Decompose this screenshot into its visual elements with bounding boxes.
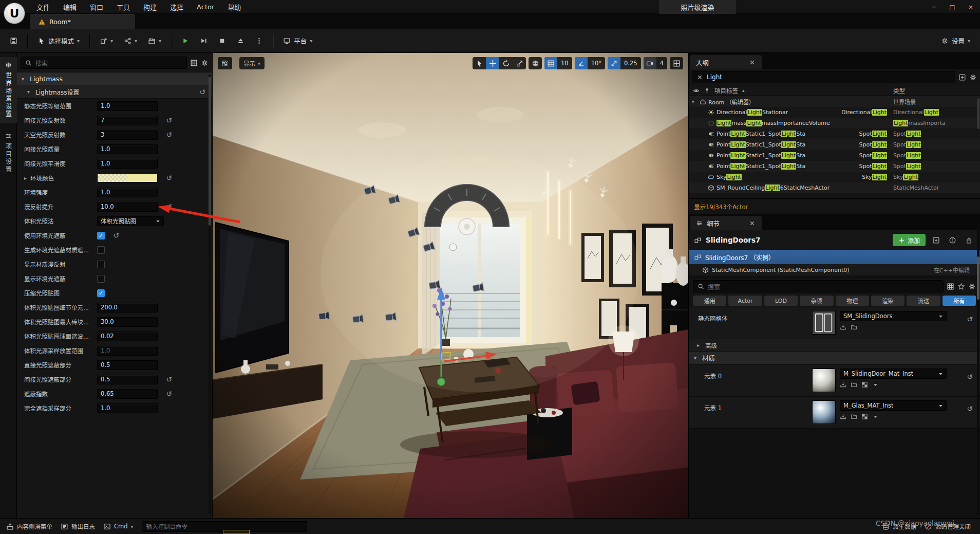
scale-tool-button[interactable] [513,57,526,69]
checkbox[interactable] [97,275,105,283]
show-flags-button[interactable]: 显示▾ [239,57,265,69]
tab-details[interactable]: 细节 [690,216,762,230]
quick-add-button[interactable]: ▾ [95,33,118,49]
viewport-3d[interactable]: 照 显示▾ 10 10° 0.25 4 [213,53,688,518]
panel-settings-gear-icon[interactable] [201,59,209,67]
tab-outliner[interactable]: 大纲 [690,55,762,69]
reset-to-default-icon[interactable]: ↺ [164,375,174,383]
checkbox[interactable] [97,261,105,268]
asset-dropdown[interactable]: SM_SlidingDoors [840,311,947,321]
add-component-button[interactable]: 添加 [893,234,926,246]
save-button[interactable] [5,33,22,49]
filter-chip-渲染[interactable]: 渲染 [871,296,904,306]
menu-item[interactable]: 窗口 [83,0,110,13]
rotate-tool-button[interactable] [499,57,513,69]
help-button[interactable]: ? [946,234,958,246]
angle-snap-value[interactable]: 10° [588,60,605,67]
outliner-row[interactable]: PointLightStatic1_SpotLightStaSpotLightS… [689,128,980,139]
folder-icon[interactable] [851,413,857,420]
filter-chip-物理[interactable]: 物理 [836,296,869,306]
advanced-section[interactable]: ▸ 高级 [689,339,980,352]
scrollbar-thumb[interactable] [977,256,979,300]
camera-speed-control[interactable]: 4 [644,57,667,69]
outliner-row[interactable]: SkyLightSkyLightSkyLight [689,172,980,182]
tab-room-level[interactable]: Room* [30,14,135,29]
number-input[interactable]: 30.0 [97,317,158,327]
close-button[interactable]: × [962,0,980,14]
asset-dropdown[interactable]: M_SlidingDoor_Mat_Inst [840,369,947,379]
browse-icon[interactable] [840,413,846,420]
reset-to-default-icon[interactable]: ↺ [965,373,975,381]
scale-snap-control[interactable]: 0.25 [608,57,641,69]
number-input[interactable]: 3 [97,130,158,140]
filter-chip-通用[interactable]: 通用 [693,296,726,306]
side-tab-world-settings[interactable]: 世界场景设置 [0,57,17,123]
number-input[interactable]: 0.5 [97,360,158,370]
menu-item[interactable]: 编辑 [56,0,83,13]
outliner-row[interactable]: PointLightStatic1_SpotLightStaSpotLightS… [689,161,980,172]
outliner-row[interactable]: DirectionalLightStationarDirectionalLigh… [689,107,980,118]
outliner-row[interactable]: PointLightStatic1_SpotLightStaSpotLightS… [689,150,980,161]
scrollbar-thumb[interactable] [209,77,211,226]
unreal-logo-icon[interactable]: U [4,3,25,24]
reset-to-default-icon[interactable]: ↺ [164,174,174,182]
camera-speed-value[interactable]: 4 [656,60,667,67]
outliner-row[interactable]: ▾Room （编辑器）世界场景 [689,96,980,107]
content-drawer-button[interactable]: 内容侧滑菜单 [6,522,52,530]
grid-snap-control[interactable]: 10 [544,57,572,69]
checkbox[interactable] [97,246,105,254]
visibility-eye-icon[interactable] [693,87,700,94]
output-log-button[interactable]: 输出日志 [61,522,95,530]
display-filter-icon[interactable] [947,283,954,290]
pin-icon[interactable] [704,87,710,94]
material-sphere[interactable] [812,369,836,392]
edit-blueprint-button[interactable] [930,234,942,246]
number-input[interactable]: 0.02 [97,332,158,341]
column-type[interactable]: 类型 [893,86,905,95]
quad-view-button[interactable] [670,57,683,69]
folder-icon[interactable] [851,381,857,388]
checkbox[interactable]: ✓ [97,289,105,297]
select-tool-button[interactable] [473,57,486,69]
play-options-button[interactable] [251,33,268,49]
number-input[interactable]: 1.0 [97,159,158,169]
clear-search-icon[interactable] [696,74,703,81]
settings-dropdown[interactable]: 设置 ▾ [936,33,975,49]
browse-icon[interactable] [840,381,846,388]
glass-sphere[interactable] [812,400,836,424]
number-input[interactable]: 0.65 [97,389,158,399]
play-button[interactable] [177,33,194,49]
outliner-row[interactable]: PointLightStatic1_SpotLightStaSpotLightS… [689,139,980,150]
outliner-row[interactable]: SM_RoundCeilingLight6StaticMeshActorStat… [689,182,980,193]
menu-item[interactable]: 工具 [110,0,137,13]
world-settings-search-input[interactable]: 搜索 [21,57,187,69]
minimize-button[interactable]: ─ [925,0,943,14]
filter-chip-流送[interactable]: 流送 [907,296,940,306]
number-input[interactable]: 200.0 [97,303,158,312]
lock-button[interactable] [963,234,975,246]
maximize-button[interactable]: □ [943,0,962,14]
caret-down-icon[interactable] [872,381,879,388]
filter-chip-所有[interactable]: 所有 [943,296,976,306]
details-settings-icon[interactable] [968,283,976,290]
reset-to-default-icon[interactable]: ↺ [197,88,208,96]
eject-button[interactable] [232,33,249,49]
scale-snap-value[interactable]: 0.25 [620,60,641,67]
outliner-settings-icon[interactable] [969,73,977,81]
stop-button[interactable] [214,33,231,49]
number-input[interactable]: 1.0 [97,101,158,111]
menu-item[interactable]: 构建 [137,0,163,13]
outliner-search-input[interactable]: Light [692,71,955,83]
color-swatch[interactable] [97,174,158,182]
caret-down-icon[interactable] [872,413,879,420]
texture-icon[interactable] [861,413,868,420]
frame-skip-button[interactable] [195,33,212,49]
number-input[interactable]: 10.0 [97,202,158,212]
checkbox[interactable]: ✓ [97,232,105,240]
side-tab-project-settings[interactable]: 项目设置 [0,128,17,178]
filter-chip-LOD[interactable]: LOD [764,296,798,306]
reset-to-default-icon[interactable]: ↺ [164,131,174,139]
close-icon[interactable] [749,220,756,227]
asset-dropdown[interactable]: M_Glas_MAT_Inst [840,400,947,411]
number-input[interactable]: 7 [97,116,158,125]
